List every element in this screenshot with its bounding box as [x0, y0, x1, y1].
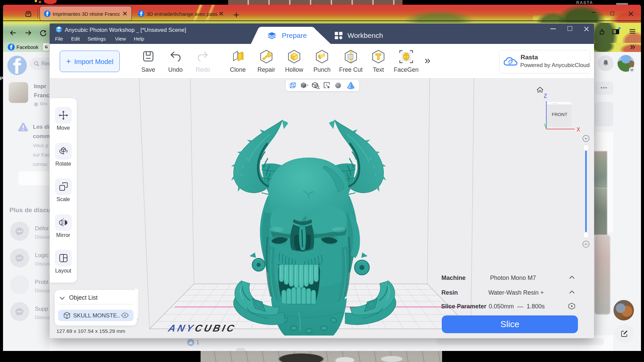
- svg-text:AC: AC: [57, 29, 61, 32]
- svg-text:FRONT: FRONT: [552, 112, 568, 117]
- svg-text:ANYCUBIC: ANYCUBIC: [167, 322, 237, 333]
- svg-text:- - -: - - -: [553, 102, 557, 105]
- svg-text:X: X: [577, 127, 580, 132]
- svg-text:Z: Z: [544, 93, 547, 99]
